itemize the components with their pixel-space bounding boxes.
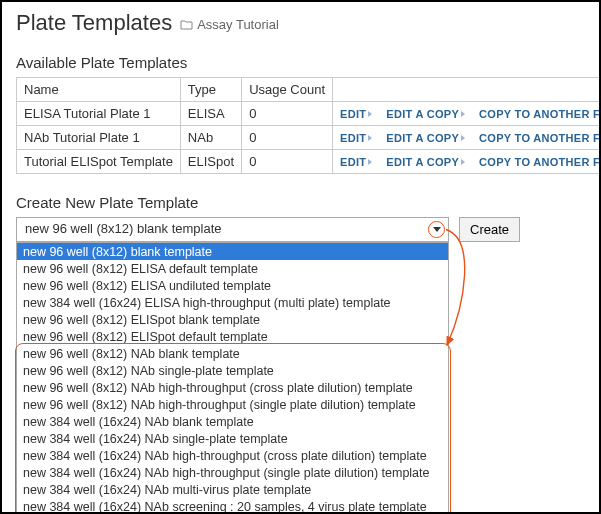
dropdown-option[interactable]: new 384 well (16x24) NAb single-plate te… (17, 430, 448, 447)
edit-link[interactable]: EDIT (340, 108, 372, 120)
dropdown-option[interactable]: new 96 well (8x12) blank template (17, 243, 448, 260)
page-title: Plate Templates (16, 10, 172, 36)
breadcrumb[interactable]: Assay Tutorial (180, 17, 279, 32)
dropdown-option[interactable]: new 384 well (16x24) NAb high-throughput… (17, 447, 448, 464)
available-table: Name Type Usage Count ELISA Tutorial Pla… (16, 77, 601, 174)
caret-right-icon (461, 159, 465, 165)
dropdown-option[interactable]: new 96 well (8x12) NAb single-plate temp… (17, 362, 448, 379)
cell-name: Tutorial ELISpot Template (17, 150, 181, 174)
edit-copy-link[interactable]: EDIT A COPY (386, 132, 465, 144)
edit-copy-link[interactable]: EDIT A COPY (386, 108, 465, 120)
dropdown-option[interactable]: new 384 well (16x24) NAb screening : 20 … (17, 498, 448, 514)
dropdown-option[interactable]: new 96 well (8x12) NAb high-throughput (… (17, 396, 448, 413)
cell-usage: 0 (242, 126, 333, 150)
table-row: ELISA Tutorial Plate 1ELISA0EDITEDIT A C… (17, 102, 602, 126)
dropdown-option[interactable]: new 96 well (8x12) ELISA default templat… (17, 260, 448, 277)
edit-copy-link[interactable]: EDIT A COPY (386, 156, 465, 168)
breadcrumb-label: Assay Tutorial (197, 17, 279, 32)
col-name: Name (17, 78, 181, 102)
dropdown-option[interactable]: new 96 well (8x12) NAb high-throughput (… (17, 379, 448, 396)
cell-name: NAb Tutorial Plate 1 (17, 126, 181, 150)
caret-right-icon (368, 135, 372, 141)
create-button[interactable]: Create (459, 217, 520, 242)
dropdown-option[interactable]: new 96 well (8x12) ELISpot default templ… (17, 328, 448, 345)
cell-type: NAb (180, 126, 241, 150)
caret-right-icon (368, 111, 372, 117)
dropdown-option[interactable]: new 384 well (16x24) ELISA high-throughp… (17, 294, 448, 311)
chevron-down-icon[interactable] (428, 221, 445, 238)
dropdown-option[interactable]: new 384 well (16x24) NAb multi-virus pla… (17, 481, 448, 498)
dropdown-option[interactable]: new 96 well (8x12) ELISA undiluted templ… (17, 277, 448, 294)
copy-folder-link[interactable]: COPY TO ANOTHER FOLDER (479, 108, 601, 120)
copy-folder-link[interactable]: COPY TO ANOTHER FOLDER (479, 132, 601, 144)
table-row: NAb Tutorial Plate 1NAb0EDITEDIT A COPYC… (17, 126, 602, 150)
create-section-title: Create New Plate Template (16, 194, 585, 211)
edit-link[interactable]: EDIT (340, 156, 372, 168)
cell-usage: 0 (242, 102, 333, 126)
cell-usage: 0 (242, 150, 333, 174)
template-select[interactable]: new 96 well (8x12) blank template new 96… (16, 217, 449, 242)
col-usage: Usage Count (242, 78, 333, 102)
dropdown-option[interactable]: new 384 well (16x24) NAb blank template (17, 413, 448, 430)
dropdown-option[interactable]: new 96 well (8x12) NAb blank template (17, 345, 448, 362)
cell-name: ELISA Tutorial Plate 1 (17, 102, 181, 126)
select-value: new 96 well (8x12) blank template (25, 221, 222, 236)
caret-right-icon (461, 135, 465, 141)
cell-type: ELISA (180, 102, 241, 126)
col-type: Type (180, 78, 241, 102)
table-row: Tutorial ELISpot TemplateELISpot0EDITEDI… (17, 150, 602, 174)
dropdown-option[interactable]: new 96 well (8x12) ELISpot blank templat… (17, 311, 448, 328)
dropdown-option[interactable]: new 384 well (16x24) NAb high-throughput… (17, 464, 448, 481)
template-dropdown[interactable]: new 96 well (8x12) blank templatenew 96 … (16, 242, 449, 514)
available-section-title: Available Plate Templates (16, 54, 585, 71)
folder-icon (180, 19, 193, 30)
copy-folder-link[interactable]: COPY TO ANOTHER FOLDER (479, 156, 601, 168)
edit-link[interactable]: EDIT (340, 132, 372, 144)
col-actions (333, 78, 601, 102)
caret-right-icon (461, 111, 465, 117)
caret-right-icon (368, 159, 372, 165)
cell-type: ELISpot (180, 150, 241, 174)
